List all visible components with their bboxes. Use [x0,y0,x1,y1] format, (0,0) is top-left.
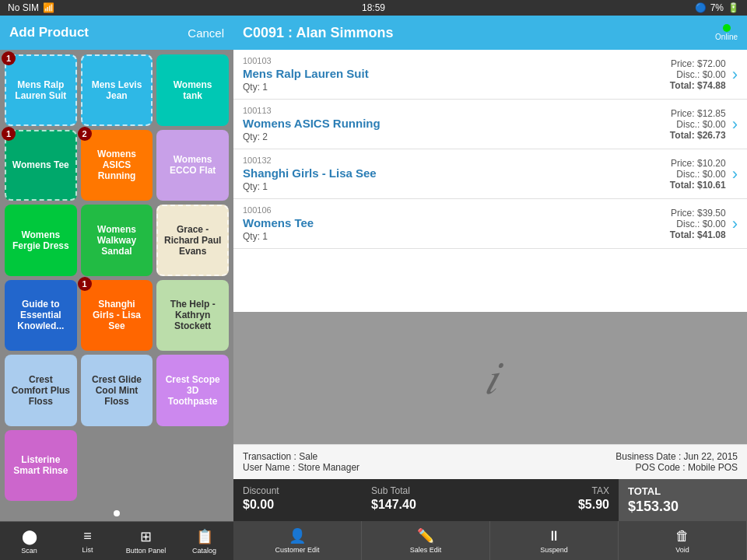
product-label-p6: Womens ECCO Flat [163,154,223,176]
order-item-total-3: Total: $41.08 [656,229,726,240]
transaction-info-left: Transaction : Sale User Name : Store Man… [243,451,359,473]
order-item-qty-3: Qty: 1 [243,231,656,242]
order-item-left-3: 100106 Womens Tee Qty: 1 [243,205,656,242]
product-tile-p11[interactable]: 1Shanghi Girls - Lisa See [81,280,153,352]
product-tile-p9[interactable]: Grace - Richard Paul Evans [156,205,229,276]
status-bar-right: 🔵 7% 🔋 [695,2,739,13]
order-item-disc-2: Disc.: $0.00 [656,169,726,180]
order-item-qty-1: Qty: 2 [243,131,656,142]
subtotal-label: Sub Total [371,485,481,496]
product-tile-p6[interactable]: Womens ECCO Flat [156,130,229,201]
customer-edit-tab[interactable]: 👤 Customer Edit [233,521,362,560]
transaction-title: C0091 : Alan Simmons [243,25,393,41]
business-date: Business Date : Jun 22, 2015 [615,451,738,462]
product-label-p2: Mens Levis Jean [87,79,147,101]
order-item-total-2: Total: $10.61 [656,180,726,191]
order-item-disc-3: Disc.: $0.00 [656,219,726,229]
order-item-chevron-0[interactable]: › [732,65,738,85]
transaction-info: Transaction : Sale User Name : Store Man… [233,444,747,479]
order-item-left-0: 100103 Mens Ralp Lauren Suit Qty: 1 [243,56,656,93]
product-label-p15: Crest Scope 3D Toothpaste [163,374,223,407]
order-list: 100103 Mens Ralp Lauren Suit Qty: 1 Pric… [233,50,747,312]
product-tile-p13[interactable]: Crest Comfort Plus Floss [5,355,77,426]
catalog-label: Catalog [192,547,216,555]
order-item-1[interactable]: 100113 Womens ASICS Running Qty: 2 Price… [233,100,747,149]
transaction-type: Transaction : Sale [243,451,359,462]
void-tab[interactable]: 🗑 Void [619,521,747,560]
pagination [0,506,233,521]
cancel-button[interactable]: Cancel [188,26,224,40]
order-item-chevron-2[interactable]: › [732,164,738,184]
product-badge-p4: 1 [2,127,16,141]
products-grid: 1Mens Ralp Lauren SuitMens Levis JeanWom… [0,50,233,506]
tax-label: TAX [500,485,609,496]
tax-value: $5.90 [500,498,609,512]
order-item-code-2: 100132 [243,156,656,165]
product-label-p4: Womens Tee [12,159,69,170]
status-bar-left: No SIM 📶 [8,2,54,13]
product-tile-p3[interactable]: Womens tank [156,54,229,126]
scan-label: Scan [21,547,37,555]
subtotal-col: Sub Total $147.40 [362,479,490,521]
product-tile-p4[interactable]: 1Womens Tee [5,130,77,201]
transaction-code: C0091 [243,25,284,40]
suspend-tab[interactable]: ⏸ Suspend [490,521,619,560]
product-tile-p8[interactable]: Womens Walkway Sandal [81,205,153,276]
product-tile-p7[interactable]: Womens Fergie Dress [5,205,77,276]
order-item-code-3: 100106 [243,205,656,215]
product-tile-p12[interactable]: The Help - Kathryn Stockett [156,280,229,352]
order-item-right-2: Price: $10.20 Disc.: $0.00 Total: $10.61 [656,158,726,191]
no-sim-label: No SIM [8,2,39,13]
scan-icon: ⬤ [22,528,37,545]
product-tile-p2[interactable]: Mens Levis Jean [81,54,153,126]
right-bottom-tabs: 👤 Customer Edit ✏️ Sales Edit ⏸ Suspend … [233,521,747,560]
total-value: $153.30 [628,499,738,515]
left-panel: Add Product Cancel 1Mens Ralp Lauren Sui… [0,16,233,560]
product-tile-p10[interactable]: Guide to Essential Knowled... [5,280,77,352]
status-bar-time: 18:59 [362,2,385,13]
customer-edit-label: Customer Edit [275,546,319,554]
scan-tab[interactable]: ⬤ Scan [0,522,58,560]
list-tab[interactable]: ≡ List [58,522,117,560]
order-item-qty-0: Qty: 1 [243,82,656,93]
order-item-left-1: 100113 Womens ASICS Running Qty: 2 [243,106,656,142]
order-item-qty-2: Qty: 1 [243,181,656,192]
catalog-tab[interactable]: 📋 Catalog [175,522,233,560]
battery-label: 7% [710,2,724,13]
bluetooth-icon: 🔵 [695,2,707,13]
order-item-price-1: Price: $12.85 [656,108,726,119]
discount-label: Discount [243,485,352,496]
sales-edit-tab[interactable]: ✏️ Sales Edit [362,521,490,560]
order-item-chevron-1[interactable]: › [732,114,738,135]
order-item-price-3: Price: $39.50 [656,208,726,219]
add-product-title: Add Product [9,25,89,40]
discount-col: Discount $0.00 [233,479,362,521]
product-tile-p16[interactable]: Listerine Smart Rinse [5,430,77,502]
void-icon: 🗑 [675,528,689,544]
header-separator: : [288,25,296,40]
order-item-disc-0: Disc.: $0.00 [656,69,726,80]
order-item-2[interactable]: 100132 Shanghi Girls - Lisa See Qty: 1 P… [233,149,747,199]
product-label-p11: Shanghi Girls - Lisa See [87,299,147,331]
list-label: List [82,546,93,554]
pagination-dot-active [114,510,120,516]
order-item-0[interactable]: 100103 Mens Ralp Lauren Suit Qty: 1 Pric… [233,50,747,100]
product-tile-p1[interactable]: 1Mens Ralp Lauren Suit [5,54,77,126]
order-item-name-3: Womens Tee [243,216,656,229]
tax-col: TAX $5.90 [490,479,619,521]
product-tile-p5[interactable]: 2Womens ASICS Running [81,130,153,201]
product-tile-p15[interactable]: Crest Scope 3D Toothpaste [156,355,229,426]
order-item-chevron-3[interactable]: › [732,214,738,234]
product-badge-p5: 2 [78,127,92,141]
product-badge-p11: 1 [78,277,92,291]
signature-glyph: 𝑖 [484,351,497,405]
product-label-p9: Grace - Richard Paul Evans [163,224,223,257]
sales-edit-icon: ✏️ [417,527,434,544]
battery-icon: 🔋 [728,2,739,13]
transaction-info-right: Business Date : Jun 22, 2015 POS Code : … [615,451,738,473]
product-tile-p14[interactable]: Crest Glide Cool Mint Floss [81,355,153,426]
product-badge-p1: 1 [2,51,16,65]
product-label-p16: Listerine Smart Rinse [11,454,71,476]
button-panel-tab[interactable]: ⊞ Button Panel [117,522,175,560]
order-item-3[interactable]: 100106 Womens Tee Qty: 1 Price: $39.50 D… [233,199,747,249]
